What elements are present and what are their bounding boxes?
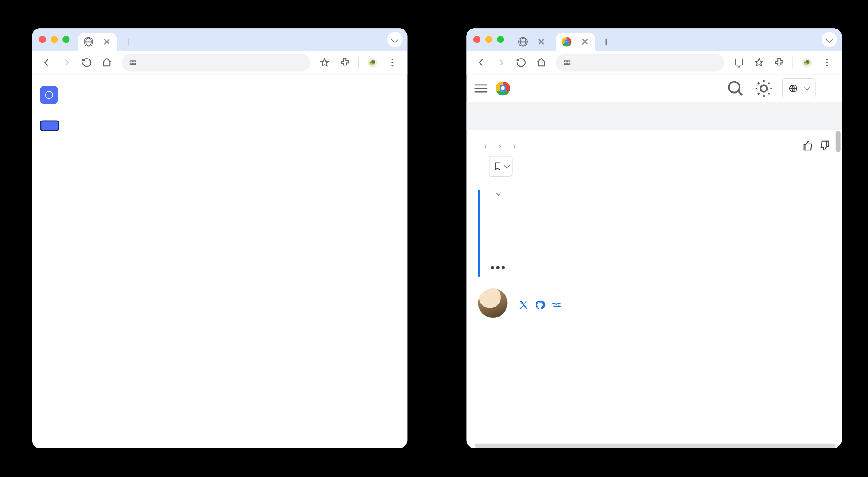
window-controls [471,28,507,51]
minimize-window-icon[interactable] [51,36,58,43]
search-button[interactable] [725,78,745,98]
tab-active[interactable] [556,33,595,51]
toc-item[interactable] [490,246,830,258]
svg-rect-10 [565,61,567,62]
new-tab-button[interactable]: + [598,34,614,49]
browser-window-left: + 🐢 [32,28,407,448]
page-heading [40,86,399,104]
site-settings-icon[interactable] [128,58,137,66]
tab-strip: + [32,28,407,51]
chevron-down-icon [496,189,501,195]
author-avatar [478,288,508,318]
toc-toggle[interactable] [490,192,830,194]
install-app-button[interactable] [730,53,748,71]
vertical-scrollbar[interactable] [836,131,841,152]
toc-more[interactable]: ••• [490,258,830,274]
forward-button[interactable] [492,53,510,71]
globe-icon [84,37,93,47]
toc-item[interactable] [490,235,830,246]
minimize-window-icon[interactable] [485,36,492,43]
close-tab-icon[interactable] [581,38,589,46]
chevron-down-icon [825,34,833,42]
svg-rect-2 [130,63,133,64]
close-window-icon[interactable] [473,36,480,43]
globe-icon [518,37,528,47]
address-bar[interactable] [122,53,310,71]
chrome-icon [562,37,572,47]
bookmark-star-button[interactable] [316,53,334,71]
article-intro [466,318,842,328]
section-subheader [466,103,842,130]
svg-rect-13 [568,63,570,64]
back-button[interactable] [472,53,490,71]
separator [358,56,359,68]
home-button[interactable] [533,53,550,71]
svg-text:🐢: 🐢 [369,59,376,66]
author-block [466,282,842,318]
menu-icon[interactable] [474,82,487,95]
menu-button[interactable] [818,53,836,71]
svg-point-17 [826,59,828,60]
svg-rect-3 [133,63,136,64]
svg-rect-1 [133,61,136,62]
address-bar[interactable] [556,53,724,71]
site-settings-icon[interactable] [563,58,571,66]
close-tab-icon[interactable] [537,38,546,46]
page-content [32,74,407,448]
toolbar: 🐢 [32,51,407,74]
tab-overflow-button[interactable] [822,32,837,47]
feedback-prompt [797,140,830,151]
bookmark-star-button[interactable] [750,53,768,71]
tab-strip: + [466,28,842,51]
toc-item[interactable] [490,223,830,235]
forward-button[interactable] [58,53,76,71]
svg-point-8 [392,65,394,66]
article-body: › › › [466,130,842,448]
svg-point-20 [729,82,740,92]
bookmark-button[interactable] [489,156,512,177]
profile-button[interactable]: 🐢 [364,53,381,71]
svg-point-19 [826,65,828,66]
close-tab-icon[interactable] [103,38,111,46]
fullscreen-window-icon[interactable] [62,36,69,43]
thumbs-down-icon[interactable] [819,140,830,151]
globe-icon [789,83,798,93]
reload-button[interactable] [78,53,96,71]
glitch-icon[interactable] [551,300,562,310]
tab-overflow-button[interactable] [387,32,402,47]
toc-item[interactable] [490,199,830,211]
tab-inactive[interactable] [512,33,551,51]
chrome-logo-icon [496,81,510,95]
profile-button[interactable]: 🐢 [798,53,816,71]
svg-point-21 [760,85,767,91]
extensions-button[interactable] [770,53,788,71]
tab-active[interactable] [78,33,117,51]
theme-toggle-button[interactable] [754,78,774,98]
fullscreen-window-icon[interactable] [497,36,504,43]
toc-item[interactable] [490,211,830,223]
extensions-button[interactable] [336,53,354,71]
breadcrumb: › › › [478,141,522,150]
page-content: › › › [466,74,842,448]
language-selector[interactable] [782,78,816,98]
new-tab-button[interactable]: + [120,34,135,49]
thumbs-up-icon[interactable] [803,140,813,151]
chevron-down-icon [804,85,810,90]
chevron-down-icon [503,163,509,168]
svg-rect-11 [568,61,570,62]
svg-point-6 [392,59,394,60]
back-button[interactable] [38,53,56,71]
close-window-icon[interactable] [39,36,46,43]
x-twitter-icon[interactable] [518,300,529,310]
reload-button[interactable] [512,53,530,71]
home-button[interactable] [98,53,116,71]
horizontal-scrollbar[interactable] [474,444,835,448]
bookmark-icon [493,162,502,171]
github-icon[interactable] [535,300,545,310]
menu-button[interactable] [384,53,401,71]
svg-rect-14 [736,59,743,65]
site-header [466,74,842,102]
svg-rect-12 [565,63,567,64]
get-data-button[interactable] [40,120,59,131]
svg-point-18 [826,62,828,63]
